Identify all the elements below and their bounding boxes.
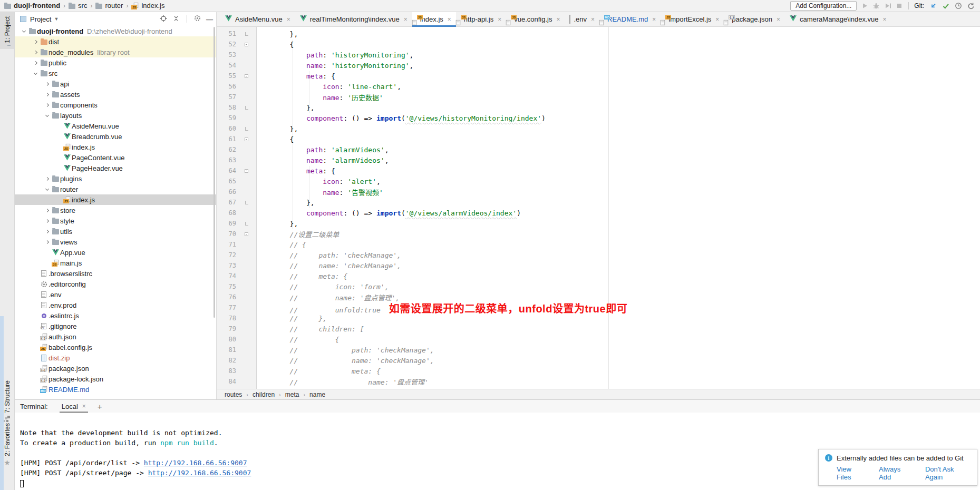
tree-row[interactable]: plugins — [15, 173, 216, 184]
fold-marker-icon[interactable] — [236, 127, 257, 131]
line-number[interactable]: 58 — [217, 104, 236, 111]
rollback-icon[interactable] — [967, 2, 975, 9]
project-view-icon[interactable] — [20, 16, 26, 22]
close-icon[interactable]: × — [591, 16, 595, 23]
fold-marker-icon[interactable] — [236, 106, 257, 110]
tree-row[interactable]: {..}package.json — [15, 363, 216, 374]
tree-row[interactable]: public — [15, 57, 216, 68]
chevron-right-icon[interactable] — [32, 41, 39, 43]
chevron-right-icon[interactable] — [43, 209, 51, 212]
terminal-link[interactable]: http://192.168.66.56:9007 — [148, 469, 251, 477]
terminal-tab-local[interactable]: Local × — [60, 401, 88, 412]
fold-marker-icon[interactable] — [236, 43, 257, 46]
notification-action-don-t-ask-again[interactable]: Don't Ask Again — [925, 465, 971, 481]
line-number[interactable]: 68 — [217, 209, 236, 217]
line-number[interactable]: 74 — [217, 272, 236, 280]
tree-row[interactable]: {..}package-lock.json — [15, 374, 216, 384]
line-number[interactable]: 71 — [217, 241, 236, 248]
line-number[interactable]: 77 — [217, 304, 236, 311]
tree-row[interactable]: .env.prod — [15, 300, 216, 310]
close-icon[interactable]: × — [498, 16, 501, 23]
chevron-down-icon[interactable] — [32, 73, 39, 74]
line-number[interactable]: 83 — [217, 367, 236, 375]
editor-breadcrumb-item[interactable]: children — [253, 391, 275, 398]
tree-row[interactable]: store — [15, 205, 216, 215]
commit-icon[interactable] — [942, 2, 949, 9]
tree-row[interactable]: src — [15, 68, 216, 79]
fold-marker-icon[interactable] — [236, 201, 257, 204]
collapse-all-icon[interactable] — [172, 15, 180, 22]
line-number[interactable]: 67 — [217, 199, 236, 206]
close-icon[interactable]: × — [287, 16, 290, 23]
settings-gear-icon[interactable] — [194, 15, 201, 22]
tree-row[interactable]: JSindex.js — [15, 142, 216, 152]
line-number[interactable]: 54 — [217, 62, 236, 69]
line-number[interactable]: 70 — [217, 230, 236, 238]
line-number[interactable]: 57 — [217, 93, 236, 101]
close-icon[interactable]: × — [883, 16, 887, 23]
close-icon[interactable]: × — [556, 16, 560, 23]
fold-marker-icon[interactable] — [236, 222, 257, 226]
editor-tab[interactable]: JSvue.config.js× — [506, 12, 565, 26]
add-configuration-button[interactable]: Add Configuration... — [790, 1, 857, 11]
tree-row[interactable]: views — [15, 237, 216, 247]
debug-icon[interactable] — [872, 2, 880, 9]
tree-row[interactable]: dist.zip — [15, 352, 216, 363]
terminal-link[interactable]: http://192.168.66.56:9007 — [144, 459, 247, 467]
line-number[interactable]: 81 — [217, 346, 236, 354]
fold-marker-icon[interactable] — [236, 138, 257, 141]
line-number[interactable]: 55 — [217, 72, 236, 80]
line-number[interactable]: 53 — [217, 51, 236, 58]
line-number[interactable]: 52 — [217, 41, 236, 48]
code-editor[interactable]: 51 },52 {53 path: 'historyMonitoring',54… — [217, 27, 980, 389]
line-number[interactable]: 51 — [217, 30, 236, 37]
notification-action-always-add[interactable]: Always Add — [879, 465, 913, 481]
editor-tab[interactable]: JSindex.js× — [412, 12, 456, 26]
line-number[interactable]: 60 — [217, 125, 236, 132]
tree-row[interactable]: PageHeader.vue — [15, 163, 216, 173]
chevron-right-icon[interactable] — [32, 51, 39, 54]
tree-row[interactable]: components — [15, 100, 216, 110]
tree-row[interactable]: JSindex.js — [15, 194, 216, 205]
line-number[interactable]: 59 — [217, 114, 236, 122]
chevron-down-icon[interactable] — [43, 115, 51, 116]
fold-marker-icon[interactable] — [236, 232, 257, 236]
tree-row[interactable]: {..}auth.json — [15, 331, 216, 342]
tree-row[interactable]: AsideMenu.vue — [15, 121, 216, 131]
breadcrumb-item[interactable]: src — [69, 2, 87, 9]
editor-tab[interactable]: JSimportExcel.js× — [661, 12, 724, 26]
close-icon[interactable]: × — [652, 16, 656, 23]
tool-window-button-project[interactable]: 1: Project — [0, 12, 14, 49]
run-with-coverage-icon[interactable] — [884, 2, 891, 9]
tree-row[interactable]: ⊘.gitignore — [15, 321, 216, 331]
tree-row[interactable]: JSbabel.config.js — [15, 342, 216, 352]
editor-tab[interactable]: cameraManage\index.vue× — [785, 12, 891, 26]
line-number[interactable]: 69 — [217, 220, 236, 227]
line-number[interactable]: 73 — [217, 262, 236, 269]
tree-row[interactable]: JSmain.js — [15, 258, 216, 268]
editor-breadcrumb-item[interactable]: name — [309, 391, 325, 398]
new-session-icon[interactable]: + — [98, 402, 102, 411]
line-number[interactable]: 84 — [217, 378, 236, 385]
tree-row[interactable]: router — [15, 184, 216, 194]
editor-tab[interactable]: JShttp-api.js× — [456, 12, 506, 26]
hide-panel-icon[interactable]: — — [206, 15, 213, 23]
notification-action-view-files[interactable]: View Files — [837, 465, 866, 481]
chevron-right-icon[interactable] — [43, 178, 51, 180]
chevron-right-icon[interactable] — [43, 241, 51, 243]
fold-marker-icon[interactable] — [236, 32, 257, 36]
tree-row[interactable]: utils — [15, 226, 216, 237]
chevron-right-icon[interactable] — [43, 230, 51, 233]
close-icon[interactable]: × — [404, 16, 407, 23]
run-icon[interactable] — [861, 2, 868, 9]
line-number[interactable]: 72 — [217, 251, 236, 259]
close-icon[interactable]: × — [448, 16, 451, 23]
editor-tab[interactable]: AsideMenu.vue× — [220, 12, 295, 26]
tree-row[interactable]: api — [15, 79, 216, 89]
editor-tab[interactable]: {..}package.json× — [724, 12, 785, 26]
line-number[interactable]: 64 — [217, 167, 236, 174]
fold-marker-icon[interactable] — [236, 169, 257, 173]
tree-row[interactable]: .editorconfig — [15, 279, 216, 289]
chevron-down-icon[interactable] — [43, 189, 51, 190]
stop-icon[interactable] — [896, 2, 903, 9]
